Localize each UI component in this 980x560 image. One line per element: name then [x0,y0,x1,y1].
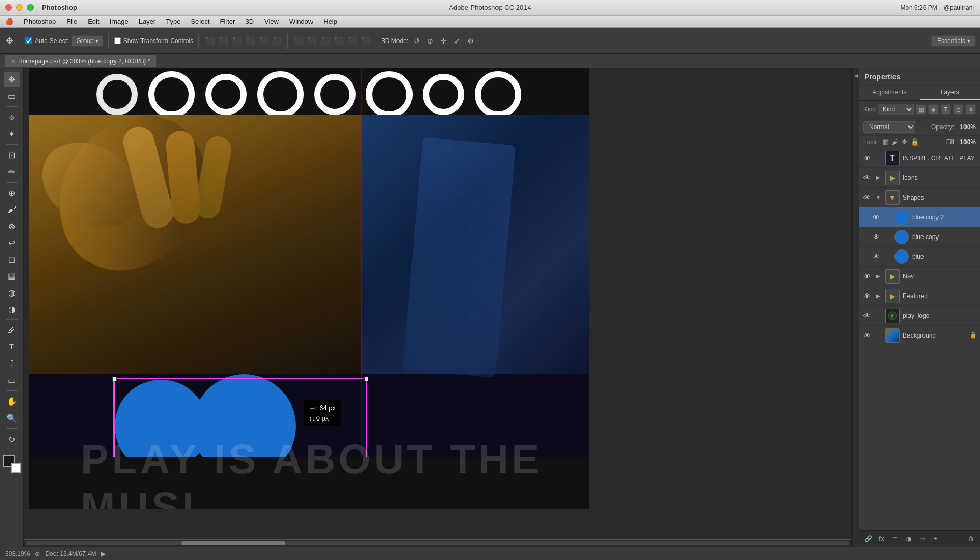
layer-blue-copy-2[interactable]: 👁 blue copy 2 [859,207,980,227]
blur-tool[interactable]: ◍ [4,285,20,300]
menu-3d[interactable]: 3D [240,16,259,27]
marquee-tool[interactable]: ▭ [4,88,20,104]
layer-vis-icons[interactable]: 👁 [862,173,872,183]
align-middle-icon[interactable]: ⬛ [258,36,268,46]
distribute-right-icon[interactable]: ⬛ [320,36,330,46]
layer-vis-background[interactable]: 👁 [862,331,872,340]
blend-mode-select[interactable]: Normal Multiply Screen Overlay [863,121,915,133]
tab-layers[interactable]: Layers [920,86,981,100]
filter-pixel-icon[interactable]: ▥ [916,104,926,115]
menu-type[interactable]: Type [161,16,186,27]
minimize-button[interactable] [16,4,23,11]
show-transform-checkbox[interactable] [114,37,121,44]
menu-apple[interactable]: 🍎 [0,16,19,27]
filter-smart-icon[interactable]: ⚙ [965,104,976,115]
delete-layer-button[interactable]: 🗑 [965,533,977,544]
layer-vis-inspire[interactable]: 👁 [862,153,872,163]
clone-stamp-tool[interactable]: ⊗ [4,218,20,234]
layer-icons-group[interactable]: 👁 ▶ ▶ Icons [859,168,980,188]
layer-inspire-text[interactable]: 👁 T INSPIRE. CREATE. PLAY. [859,148,980,168]
distribute-top-icon[interactable]: ⬛ [333,36,344,46]
lock-brush-icon[interactable]: 🖌 [892,138,899,146]
layer-expand-featured[interactable]: ▶ [875,292,882,300]
distribute-bottom-icon[interactable]: ⬛ [360,36,371,46]
3d-move-icon[interactable]: ✛ [438,36,449,46]
menu-layer[interactable]: Layer [134,16,161,27]
eyedropper-tool[interactable]: ✏ [4,164,20,179]
new-layer-button[interactable]: + [930,533,941,544]
layer-vis-nav[interactable]: 👁 [862,272,872,281]
menu-view[interactable]: View [259,16,284,27]
add-style-button[interactable]: fx [876,533,887,544]
collapse-panel-button[interactable]: ◀ [852,68,859,547]
move-tool-icon[interactable]: ✥ [4,36,15,46]
path-selection-tool[interactable]: ⤴ [4,356,20,371]
align-bottom-icon[interactable]: ⬛ [272,36,282,46]
horizontal-scrollbar[interactable] [24,539,851,547]
lasso-tool[interactable]: ⌾ [4,109,20,125]
filter-shape-icon[interactable]: ◻ [953,104,963,115]
align-right-icon[interactable]: ⬛ [231,36,242,46]
lock-checkerboard-icon[interactable]: ▦ [883,138,889,146]
layer-blue[interactable]: 👁 blue [859,247,980,267]
new-group-button[interactable]: ▭ [916,533,928,544]
dodge-tool[interactable]: ◑ [4,301,20,317]
tab-adjustments[interactable]: Adjustments [859,86,920,100]
layer-background[interactable]: 👁 Background 🔒 [859,326,980,345]
filter-select[interactable]: Kind Name Effect [878,104,914,115]
menu-window[interactable]: Window [284,16,318,27]
3d-pan-icon[interactable]: ⊕ [425,36,435,46]
magic-wand-tool[interactable]: ✦ [4,126,20,142]
forward-arrow[interactable]: ▶ [101,550,106,557]
canvas-area[interactable]: →: 64 px ↕: 0 px PLAY IS ABOUT THE MUSI [24,68,851,547]
filter-adjust-icon[interactable]: ◈ [928,104,939,115]
layer-shapes-group[interactable]: 👁 ▼ ▼ Shapes [859,188,980,207]
3d-scale-icon[interactable]: ⤢ [452,36,462,46]
rotate-view-tool[interactable]: ↻ [4,431,20,447]
menu-filter[interactable]: Filter [215,16,240,27]
gradient-tool[interactable]: ▦ [4,268,20,284]
menu-file[interactable]: File [61,16,82,27]
layer-featured-group[interactable]: 👁 ▶ ▶ Featured [859,286,980,306]
add-mask-button[interactable]: ◻ [889,533,901,544]
move-tool[interactable]: ✥ [4,72,20,87]
3d-rotate-icon[interactable]: ↺ [411,36,422,46]
eraser-tool[interactable]: ◻ [4,251,20,267]
zoom-tool[interactable]: 🔍 [4,410,20,426]
layer-vis-shapes[interactable]: 👁 [862,193,872,202]
healing-brush-tool[interactable]: ⊕ [4,185,20,201]
layer-vis-play-logo[interactable]: 👁 [862,311,872,320]
layer-vis-blue[interactable]: 👁 [872,252,881,261]
layer-vis-blue-copy[interactable]: 👁 [872,232,881,242]
background-color[interactable] [11,463,21,473]
pen-tool[interactable]: 🖊 [4,323,20,338]
align-center-icon[interactable]: ⬛ [218,36,228,46]
layer-blue-copy[interactable]: 👁 blue copy [859,227,980,247]
type-tool[interactable]: T [4,339,20,355]
distribute-center-icon[interactable]: ⬛ [306,36,317,46]
3d-extra-icon[interactable]: ⚙ [465,36,476,46]
close-button[interactable] [5,4,12,11]
menu-select[interactable]: Select [186,16,215,27]
distribute-middle-icon[interactable]: ⬛ [347,36,357,46]
layer-nav-group[interactable]: 👁 ▶ ▶ Nav [859,267,980,286]
essentials-button[interactable]: Essentials ▾ [931,35,976,47]
scrollbar-track[interactable] [26,541,849,545]
lock-move-icon[interactable]: ✥ [902,138,907,146]
layer-vis-blue-copy-2[interactable]: 👁 [872,213,881,222]
brush-tool[interactable]: 🖌 [4,202,20,217]
menu-image[interactable]: Image [105,16,134,27]
layer-expand-shapes[interactable]: ▼ [875,194,882,201]
menu-edit[interactable]: Edit [82,16,104,27]
shape-tool[interactable]: ▭ [4,372,20,388]
layer-expand-nav[interactable]: ▶ [875,273,882,280]
link-layers-button[interactable]: 🔗 [862,533,874,544]
layer-play-logo[interactable]: 👁 play_logo [859,306,980,326]
layer-expand-icons[interactable]: ▶ [875,174,882,181]
auto-select-checkbox[interactable] [25,37,32,44]
new-fill-button[interactable]: ◑ [903,533,914,544]
doc-tab-close-icon[interactable]: ✕ [11,59,15,64]
doc-tab-homepage[interactable]: ✕ Homepage.psd @ 303% (blue copy 2, RGB/… [4,55,157,67]
scrollbar-thumb[interactable] [181,541,285,545]
menu-help[interactable]: Help [318,16,343,27]
